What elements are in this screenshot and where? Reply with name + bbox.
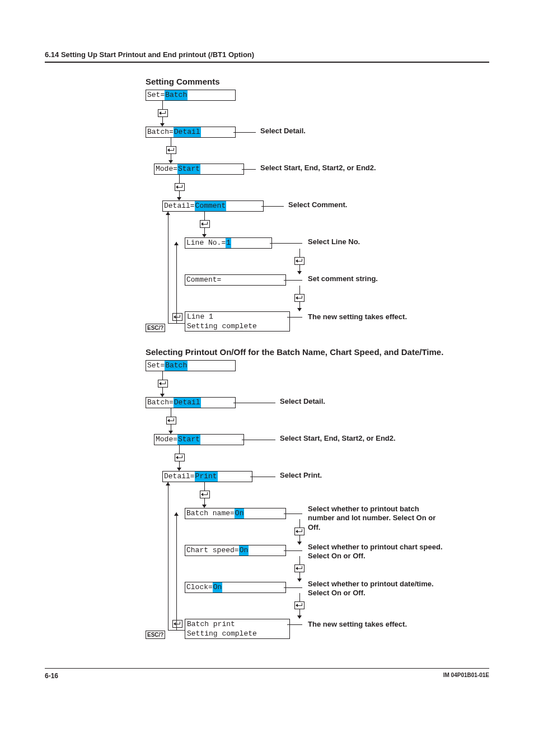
- enter-icon: [200, 220, 210, 228]
- enter-icon: [294, 257, 305, 265]
- value: Batch: [165, 90, 188, 100]
- label: Clock=: [186, 582, 213, 592]
- enter-icon: [172, 313, 182, 321]
- enter-icon: [294, 564, 305, 572]
- box-chartspeed: Chart speed=On: [185, 545, 286, 556]
- desc-mode: Select Start, End, Start2, or End2.: [280, 434, 396, 443]
- desc-clock: Select whether to printout date/time. Se…: [308, 580, 445, 598]
- page-footer: 6-16 IM 04P01B01-01E: [45, 668, 489, 680]
- desc-final: The new setting takes effect.: [308, 312, 407, 321]
- value: On: [213, 582, 223, 592]
- doc-id: IM 04P01B01-01E: [443, 672, 489, 680]
- box-mode: Mode=Start: [154, 164, 244, 175]
- enter-icon: [166, 417, 176, 424]
- enter-icon: [158, 380, 168, 388]
- box-detail: Detail=Print: [162, 471, 252, 482]
- proc2-title: Selecting Printout On/Off for the Batch …: [146, 347, 489, 357]
- value: Batch: [165, 361, 188, 371]
- label: Batch name=: [186, 508, 235, 519]
- desc-batch: Select Detail.: [260, 127, 306, 136]
- label: Batch=: [147, 398, 174, 408]
- box-set: Set=Batch: [146, 360, 236, 371]
- desc-chartspeed: Select whether to printout chart speed. …: [308, 543, 445, 561]
- label: Batch=: [147, 127, 174, 137]
- label: Chart speed=: [186, 545, 239, 556]
- desc-mode: Select Start, End, Start2, or End2.: [260, 164, 376, 172]
- desc-detail: Select Print.: [280, 471, 322, 480]
- label: Mode=: [156, 164, 177, 174]
- final-l1: Batch print: [187, 619, 288, 629]
- esc-label: ESC/?: [146, 324, 165, 332]
- esc-label: ESC/?: [146, 631, 165, 639]
- enter-icon: [200, 491, 210, 498]
- diagram-1: Set=Batch Batch=Detail Select Detail. Mo…: [146, 90, 509, 347]
- label: Set=: [147, 90, 165, 100]
- label: Detail=: [164, 201, 195, 211]
- enter-icon: [294, 601, 305, 609]
- diagram-2: Set=Batch Batch=Detail Select Detail. Mo…: [146, 360, 509, 646]
- box-final: Line 1 Setting complete: [185, 311, 290, 332]
- enter-icon: [175, 183, 185, 191]
- box-batch: Batch=Detail: [146, 127, 236, 138]
- label: Mode=: [156, 435, 177, 445]
- value: Comment: [195, 201, 227, 211]
- desc-batchname: Select whether to printout batch number …: [308, 505, 445, 532]
- desc-lineno: Select Line No.: [308, 237, 360, 246]
- box-comment: Comment=: [185, 274, 286, 286]
- enter-icon: [294, 528, 305, 535]
- box-clock: Clock=On: [185, 582, 286, 593]
- desc-detail: Select Comment.: [288, 200, 347, 209]
- value: On: [239, 545, 249, 556]
- page-number: 6-16: [45, 672, 58, 680]
- final-l1: Line 1: [187, 312, 288, 321]
- label: Set=: [147, 361, 165, 371]
- label: Line No.=: [186, 238, 226, 248]
- section-header: 6.14 Setting Up Start Printout and End p…: [45, 50, 489, 63]
- value: Detail: [174, 398, 201, 408]
- box-mode: Mode=Start: [154, 434, 244, 445]
- enter-icon: [158, 109, 168, 117]
- enter-icon: [172, 620, 182, 628]
- value: Detail: [174, 127, 201, 137]
- box-final: Batch print Setting complete: [185, 619, 290, 639]
- final-l2: Setting complete: [187, 629, 288, 638]
- box-set: Set=Batch: [146, 90, 236, 101]
- final-l2: Setting complete: [187, 321, 288, 331]
- box-detail: Detail=Comment: [162, 200, 264, 212]
- desc-batch: Select Detail.: [280, 397, 325, 406]
- label: Comment=: [186, 275, 221, 285]
- desc-final: The new setting takes effect.: [308, 620, 407, 629]
- box-lineno: Line No.=1: [185, 237, 272, 249]
- value: Start: [177, 164, 200, 174]
- desc-comment: Set comment string.: [308, 274, 378, 283]
- box-batch: Batch=Detail: [146, 397, 236, 408]
- value: Print: [195, 472, 218, 482]
- value: Start: [177, 435, 200, 445]
- enter-icon: [166, 146, 176, 154]
- enter-icon: [175, 454, 185, 461]
- enter-icon: [294, 294, 305, 302]
- proc1-title: Setting Comments: [146, 77, 489, 86]
- value: 1: [226, 238, 231, 248]
- box-batchname: Batch name=On: [185, 508, 286, 519]
- value: On: [235, 508, 245, 519]
- label: Detail=: [164, 472, 195, 482]
